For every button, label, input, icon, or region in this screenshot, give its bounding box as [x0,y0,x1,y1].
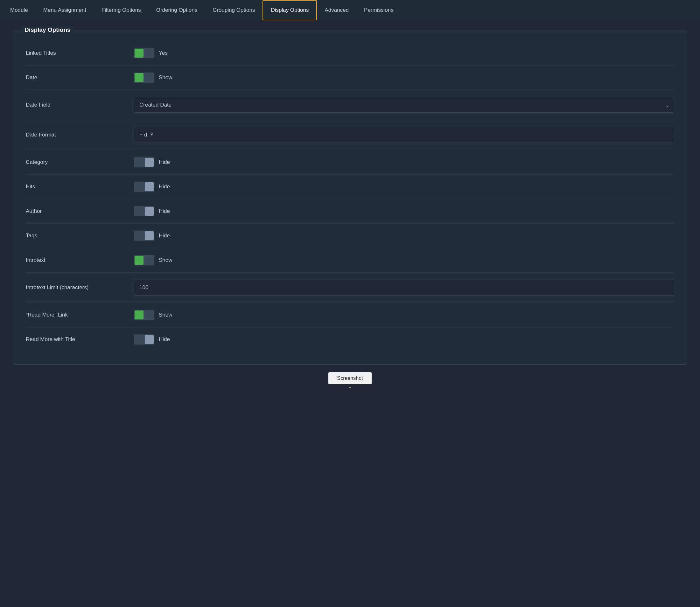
nav-tab-module[interactable]: Module [3,0,36,20]
field-label-category: Category [26,159,134,165]
toggle-label-introtext: Show [159,257,172,264]
form-row-linked-titles: Linked TitlesYes [26,41,674,65]
form-row-author: AuthorHide [26,199,674,224]
toggle-wrapper-tags: Hide [134,231,170,241]
toggle-read-more-link[interactable] [134,310,154,320]
field-control-date-field: Created DateModified DatePublished Date⌄ [134,97,674,112]
field-label-date: Date [26,75,134,81]
toggle-wrapper-introtext: Show [134,255,172,265]
toggle-wrapper-hits: Hide [134,182,170,192]
toggle-wrapper-read-more-with-title: Hide [134,334,170,344]
field-label-tags: Tags [26,233,134,239]
field-control-read-more-with-title: Hide [134,334,674,344]
form-row-introtext-limit: Introtext Limit (characters) [26,273,674,303]
toggle-wrapper-date: Show [134,72,172,83]
select-date-field[interactable]: Created DateModified DatePublished Date [134,97,674,112]
toggle-label-read-more-with-title: Hide [159,336,170,343]
field-label-introtext-limit: Introtext Limit (characters) [26,285,134,291]
field-label-hits: Hits [26,184,134,190]
field-control-author: Hide [134,206,674,216]
form-row-read-more-link: "Read More" LinkShow [26,303,674,327]
toggle-label-author: Hide [159,208,170,214]
toggle-tags[interactable] [134,231,154,241]
toggle-wrapper-category: Hide [134,157,170,167]
field-control-tags: Hide [134,231,674,241]
toggle-hits[interactable] [134,182,154,192]
field-control-read-more-link: Show [134,310,674,320]
toggle-label-tags: Hide [159,233,170,239]
toggle-date[interactable] [134,72,154,83]
input-date-format[interactable] [134,127,674,143]
field-label-read-more-with-title: Read More with Title [26,336,134,343]
toggle-label-hits: Hide [159,184,170,190]
input-introtext-limit[interactable] [134,280,674,296]
screenshot-button-wrapper: Screenshot [13,372,687,384]
field-label-linked-titles: Linked Titles [26,50,134,56]
toggle-label-category: Hide [159,159,170,165]
field-label-author: Author [26,208,134,214]
toggle-introtext[interactable] [134,255,154,265]
toggle-wrapper-linked-titles: Yes [134,48,168,58]
form-row-tags: TagsHide [26,224,674,248]
field-control-linked-titles: Yes [134,48,674,58]
form-row-date: DateShow [26,65,674,90]
field-control-category: Hide [134,157,674,167]
form-row-date-format: Date Format [26,120,674,150]
nav-tab-advanced[interactable]: Advanced [317,0,356,20]
form-row-read-more-with-title: Read More with TitleHide [26,327,674,352]
field-control-date-format [134,127,674,143]
nav-tab-ordering-options[interactable]: Ordering Options [149,0,205,20]
field-control-introtext-limit [134,280,674,296]
form-row-category: CategoryHide [26,150,674,175]
field-label-date-format: Date Format [26,132,134,138]
toggle-label-date: Show [159,75,172,81]
toggle-label-read-more-link: Show [159,312,172,318]
form-row-date-field: Date FieldCreated DateModified DatePubli… [26,90,674,120]
toggle-wrapper-read-more-link: Show [134,310,172,320]
field-control-hits: Hide [134,182,674,192]
toggle-author[interactable] [134,206,154,216]
nav-tab-display-options[interactable]: Display Options [263,0,317,20]
toggle-linked-titles[interactable] [134,48,154,58]
nav-tab-grouping-options[interactable]: Grouping Options [205,0,263,20]
select-wrapper-date-field: Created DateModified DatePublished Date⌄ [134,97,674,112]
field-label-date-field: Date Field [26,102,134,108]
nav-tab-menu-assignment[interactable]: Menu Assignment [36,0,94,20]
main-content: Display Options Linked TitlesYesDateShow… [0,20,700,395]
field-label-read-more-link: "Read More" Link [26,312,134,318]
screenshot-button[interactable]: Screenshot [328,372,372,384]
toggle-read-more-with-title[interactable] [134,334,154,344]
nav-tab-permissions[interactable]: Permissions [356,0,401,20]
navbar: ModuleMenu AssignmentFiltering OptionsOr… [0,0,700,20]
toggle-wrapper-author: Hide [134,206,170,216]
display-options-panel: Display Options Linked TitlesYesDateShow… [13,30,687,364]
nav-tab-filtering-options[interactable]: Filtering Options [94,0,149,20]
field-control-introtext: Show [134,255,674,265]
toggle-category[interactable] [134,157,154,167]
form-row-hits: HitsHide [26,175,674,199]
form-row-introtext: IntrotextShow [26,248,674,273]
field-label-introtext: Introtext [26,257,134,264]
panel-title: Display Options [21,26,75,34]
field-control-date: Show [134,72,674,83]
toggle-label-linked-titles: Yes [159,50,168,56]
